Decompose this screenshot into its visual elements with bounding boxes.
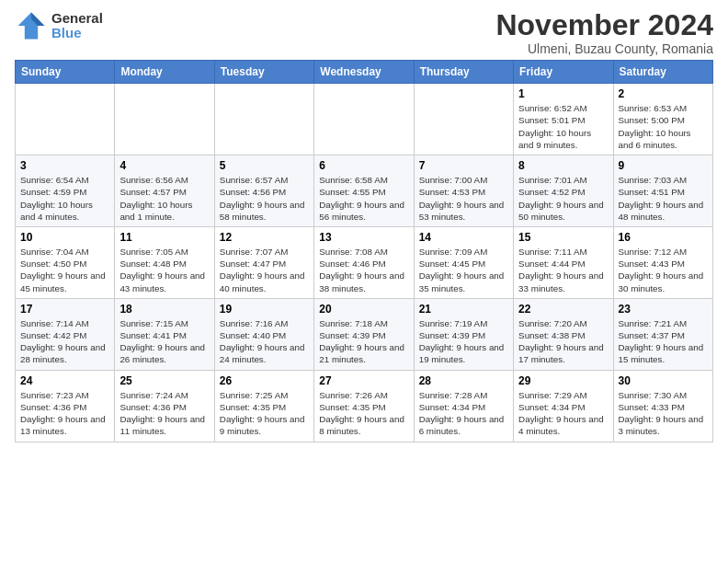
day-number: 11 (119, 231, 209, 244)
calendar-body: 1Sunrise: 6:52 AMSunset: 5:01 PMDaylight… (16, 84, 713, 442)
day-info: Sunrise: 7:16 AMSunset: 4:40 PMDaylight:… (220, 317, 309, 366)
week-row-5: 24Sunrise: 7:23 AMSunset: 4:36 PMDayligh… (16, 370, 713, 442)
day-info: Sunrise: 6:56 AMSunset: 4:57 PMDaylight:… (119, 174, 209, 223)
calendar-cell: 1Sunrise: 6:52 AMSunset: 5:01 PMDaylight… (514, 84, 613, 155)
day-info: Sunrise: 7:23 AMSunset: 4:36 PMDaylight:… (20, 389, 109, 438)
calendar-cell: 5Sunrise: 6:57 AMSunset: 4:56 PMDaylight… (214, 155, 313, 227)
day-number: 18 (119, 303, 209, 316)
day-number: 17 (20, 303, 109, 316)
calendar-cell: 26Sunrise: 7:25 AMSunset: 4:35 PMDayligh… (214, 370, 313, 442)
calendar-cell (115, 84, 214, 155)
calendar-cell: 10Sunrise: 7:04 AMSunset: 4:50 PMDayligh… (16, 226, 115, 298)
week-row-4: 17Sunrise: 7:14 AMSunset: 4:42 PMDayligh… (16, 298, 713, 370)
day-info: Sunrise: 7:00 AMSunset: 4:53 PMDaylight:… (419, 174, 508, 223)
day-info: Sunrise: 6:54 AMSunset: 4:59 PMDaylight:… (20, 174, 109, 223)
calendar-cell: 29Sunrise: 7:29 AMSunset: 4:34 PMDayligh… (514, 370, 613, 442)
day-info: Sunrise: 7:26 AMSunset: 4:35 PMDaylight:… (319, 389, 408, 438)
calendar-cell: 11Sunrise: 7:05 AMSunset: 4:48 PMDayligh… (115, 226, 214, 298)
day-number: 1 (518, 87, 608, 100)
day-info: Sunrise: 7:25 AMSunset: 4:35 PMDaylight:… (220, 389, 309, 438)
day-number: 30 (619, 374, 708, 387)
day-info: Sunrise: 7:11 AMSunset: 4:44 PMDaylight:… (518, 246, 608, 294)
calendar-cell: 30Sunrise: 7:30 AMSunset: 4:33 PMDayligh… (613, 370, 712, 442)
day-info: Sunrise: 6:52 AMSunset: 5:01 PMDaylight:… (518, 102, 608, 151)
day-info: Sunrise: 7:04 AMSunset: 4:50 PMDaylight:… (20, 246, 109, 294)
calendar-cell: 9Sunrise: 7:03 AMSunset: 4:51 PMDaylight… (613, 155, 712, 227)
calendar-header: SundayMondayTuesdayWednesdayThursdayFrid… (16, 61, 713, 84)
calendar-cell: 17Sunrise: 7:14 AMSunset: 4:42 PMDayligh… (16, 298, 115, 370)
logo: General Blue (15, 9, 103, 42)
day-info: Sunrise: 7:19 AMSunset: 4:39 PMDaylight:… (419, 317, 508, 366)
day-info: Sunrise: 7:18 AMSunset: 4:39 PMDaylight:… (319, 317, 408, 366)
day-info: Sunrise: 7:24 AMSunset: 4:36 PMDaylight:… (119, 389, 209, 438)
day-number: 27 (319, 374, 408, 387)
day-info: Sunrise: 7:20 AMSunset: 4:38 PMDaylight:… (518, 317, 608, 366)
day-number: 4 (119, 159, 209, 172)
day-number: 25 (119, 374, 209, 387)
header-wednesday: Wednesday (314, 61, 414, 84)
logo-general: General (51, 11, 103, 27)
calendar-cell: 13Sunrise: 7:08 AMSunset: 4:46 PMDayligh… (314, 226, 414, 298)
day-info: Sunrise: 7:07 AMSunset: 4:47 PMDaylight:… (220, 246, 309, 294)
day-info: Sunrise: 7:09 AMSunset: 4:45 PMDaylight:… (419, 246, 508, 294)
day-number: 24 (20, 374, 109, 387)
calendar-cell (214, 84, 313, 155)
day-number: 2 (619, 87, 708, 100)
calendar-cell: 27Sunrise: 7:26 AMSunset: 4:35 PMDayligh… (314, 370, 414, 442)
header: General Blue November 2024 Ulmeni, Buzau… (15, 9, 713, 56)
day-info: Sunrise: 7:21 AMSunset: 4:37 PMDaylight:… (619, 317, 708, 366)
day-info: Sunrise: 7:28 AMSunset: 4:34 PMDaylight:… (419, 389, 508, 438)
day-number: 28 (419, 374, 508, 387)
header-sunday: Sunday (16, 61, 115, 84)
week-row-3: 10Sunrise: 7:04 AMSunset: 4:50 PMDayligh… (16, 226, 713, 298)
calendar-cell: 24Sunrise: 7:23 AMSunset: 4:36 PMDayligh… (16, 370, 115, 442)
calendar-cell: 21Sunrise: 7:19 AMSunset: 4:39 PMDayligh… (414, 298, 513, 370)
day-info: Sunrise: 7:14 AMSunset: 4:42 PMDaylight:… (20, 317, 109, 366)
week-row-1: 1Sunrise: 6:52 AMSunset: 5:01 PMDaylight… (16, 84, 713, 155)
day-info: Sunrise: 7:29 AMSunset: 4:34 PMDaylight:… (518, 389, 608, 438)
day-number: 13 (319, 231, 408, 244)
day-number: 5 (220, 159, 309, 172)
calendar-table: SundayMondayTuesdayWednesdayThursdayFrid… (15, 60, 713, 442)
header-friday: Friday (514, 61, 613, 84)
header-saturday: Saturday (613, 61, 712, 84)
day-number: 26 (220, 374, 309, 387)
header-row: SundayMondayTuesdayWednesdayThursdayFrid… (16, 61, 713, 84)
logo-text: General Blue (51, 11, 103, 41)
calendar-cell (314, 84, 414, 155)
location-subtitle: Ulmeni, Buzau County, Romania (495, 41, 713, 56)
calendar-cell: 28Sunrise: 7:28 AMSunset: 4:34 PMDayligh… (414, 370, 513, 442)
day-info: Sunrise: 7:05 AMSunset: 4:48 PMDaylight:… (119, 246, 209, 294)
day-number: 12 (220, 231, 309, 244)
calendar-cell: 16Sunrise: 7:12 AMSunset: 4:43 PMDayligh… (613, 226, 712, 298)
header-monday: Monday (115, 61, 214, 84)
day-info: Sunrise: 7:15 AMSunset: 4:41 PMDaylight:… (119, 317, 209, 366)
page: General Blue November 2024 Ulmeni, Buzau… (0, 0, 728, 452)
day-info: Sunrise: 7:30 AMSunset: 4:33 PMDaylight:… (619, 389, 708, 438)
calendar-cell: 14Sunrise: 7:09 AMSunset: 4:45 PMDayligh… (414, 226, 513, 298)
calendar-cell: 22Sunrise: 7:20 AMSunset: 4:38 PMDayligh… (514, 298, 613, 370)
day-number: 8 (518, 159, 608, 172)
logo-icon (15, 9, 48, 42)
calendar-cell: 6Sunrise: 6:58 AMSunset: 4:55 PMDaylight… (314, 155, 414, 227)
day-number: 29 (518, 374, 608, 387)
day-number: 19 (220, 303, 309, 316)
month-title: November 2024 (495, 9, 713, 41)
header-thursday: Thursday (414, 61, 513, 84)
day-number: 20 (319, 303, 408, 316)
calendar-cell (414, 84, 513, 155)
day-number: 21 (419, 303, 508, 316)
calendar-cell: 23Sunrise: 7:21 AMSunset: 4:37 PMDayligh… (613, 298, 712, 370)
day-number: 16 (619, 231, 708, 244)
day-number: 6 (319, 159, 408, 172)
calendar-cell: 2Sunrise: 6:53 AMSunset: 5:00 PMDaylight… (613, 84, 712, 155)
day-info: Sunrise: 7:01 AMSunset: 4:52 PMDaylight:… (518, 174, 608, 223)
calendar-cell: 18Sunrise: 7:15 AMSunset: 4:41 PMDayligh… (115, 298, 214, 370)
logo-blue: Blue (51, 26, 103, 41)
day-info: Sunrise: 7:03 AMSunset: 4:51 PMDaylight:… (619, 174, 708, 223)
calendar-cell: 4Sunrise: 6:56 AMSunset: 4:57 PMDaylight… (115, 155, 214, 227)
calendar-cell: 3Sunrise: 6:54 AMSunset: 4:59 PMDaylight… (16, 155, 115, 227)
day-info: Sunrise: 7:12 AMSunset: 4:43 PMDaylight:… (619, 246, 708, 294)
day-number: 7 (419, 159, 508, 172)
day-number: 9 (619, 159, 708, 172)
